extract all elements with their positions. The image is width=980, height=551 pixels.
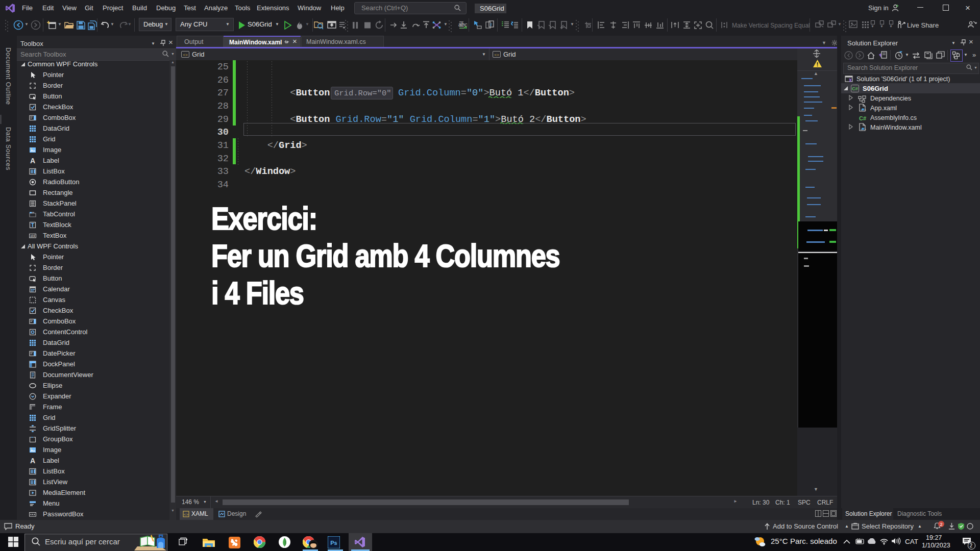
svg-text:>: >	[864, 109, 866, 112]
svg-text:Ps: Ps	[330, 540, 337, 546]
svg-text:<>: <>	[494, 53, 499, 57]
svg-text:A: A	[30, 157, 35, 164]
svg-text:<>: <>	[183, 53, 188, 57]
svg-text:A: A	[30, 457, 35, 464]
svg-text:>: >	[864, 128, 866, 132]
svg-text:C#: C#	[852, 86, 859, 91]
svg-text:<>: <>	[184, 512, 189, 517]
svg-text:ab: ab	[30, 234, 34, 237]
svg-text:C#: C#	[859, 115, 866, 121]
svg-text:T: T	[31, 222, 35, 228]
